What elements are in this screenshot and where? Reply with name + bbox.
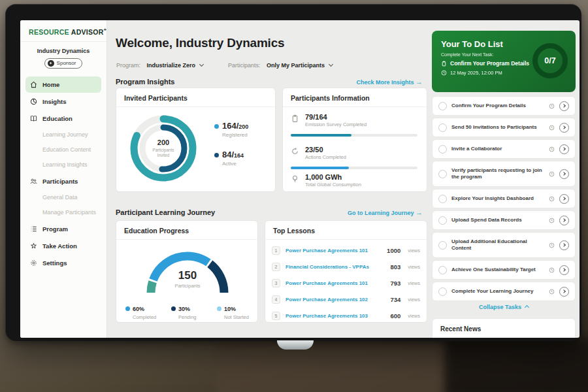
participants-filter-value[interactable]: Only My Participants: [267, 62, 325, 69]
active-value: 84/: [222, 150, 234, 159]
collapse-tasks-link[interactable]: Collapse Tasks: [432, 304, 576, 310]
sidebar-item-program[interactable]: Program: [25, 221, 101, 237]
lesson-views-label: views: [408, 264, 420, 270]
sidebar-item-label: Settings: [42, 259, 67, 267]
lesson-views: 803: [390, 263, 400, 270]
sidebar: RESOURCE ADVISOR+ Industry Dynamics ✦ Sp…: [20, 20, 107, 338]
registered-dot-icon: [214, 124, 219, 129]
recent-news-card: Recent News: [432, 318, 576, 338]
sidebar-item-settings[interactable]: Settings: [25, 255, 101, 271]
sidebar-item-manage-participants[interactable]: Manage Participants: [25, 205, 101, 220]
task-chevron-button[interactable]: [559, 240, 569, 250]
clock-icon: [441, 70, 447, 76]
go-to-learning-journey-link[interactable]: Go to Learning Journey →: [348, 208, 423, 216]
clock-icon: [549, 242, 555, 248]
gauge-center-label: Participants: [125, 283, 250, 289]
sidebar-item-education-content[interactable]: Education Content: [25, 142, 101, 157]
task-row[interactable]: Upload Additional Educational Content: [432, 232, 576, 258]
task-checkbox[interactable]: [438, 195, 447, 203]
sidebar-item-general-data[interactable]: General Data: [25, 190, 101, 205]
page-title: Welcome, Industry Dynamics: [116, 36, 284, 50]
lesson-row: 1Power Purchase Agreements 1011000views: [272, 242, 420, 258]
monitor-stand: [277, 340, 314, 350]
actions-label: Actions Completed: [305, 154, 417, 160]
task-chevron-button[interactable]: [559, 287, 569, 297]
task-checkbox[interactable]: [438, 145, 447, 154]
task-row[interactable]: Complete Your Learning Journey: [432, 282, 576, 301]
participants-information-title: Participants Information: [283, 88, 427, 107]
task-label: Verify participants requesting to join t…: [451, 167, 544, 181]
dashboard-screen: RESOURCE ADVISOR+ Industry Dynamics ✦ Sp…: [20, 20, 580, 338]
lesson-row: 4Power Purchase Agreements 102734views: [272, 291, 420, 307]
lesson-rank: 3: [272, 279, 280, 287]
arrow-right-icon: →: [416, 208, 423, 216]
clipboard-icon: [441, 61, 447, 67]
task-row[interactable]: Explore Your Insights Dashboard: [432, 189, 576, 208]
task-checkbox[interactable]: [438, 241, 447, 250]
task-row[interactable]: Confirm Your Program Details: [432, 96, 576, 116]
sidebar-item-learning-insights[interactable]: Learning Insights: [25, 157, 101, 172]
task-label: Send 50 Invitations to Participants: [451, 124, 544, 131]
task-row[interactable]: Upload Spend Data Records: [432, 210, 576, 230]
task-checkbox[interactable]: [438, 287, 447, 296]
background-shadow: [444, 338, 588, 392]
lesson-link[interactable]: Power Purchase Agreements 101: [286, 248, 382, 253]
sponsor-badge[interactable]: ✦ Sponsor: [44, 58, 83, 69]
task-row[interactable]: Achieve One Sustainability Target: [432, 260, 576, 280]
task-label: Confirm Your Program Details: [451, 103, 544, 109]
sidebar-item-home[interactable]: Home: [25, 76, 101, 93]
task-row[interactable]: Verify participants requesting to join t…: [432, 161, 576, 187]
lesson-link[interactable]: Power Purchase Agreements 101: [286, 280, 385, 286]
task-chevron-button[interactable]: [559, 216, 569, 225]
monitor-bezel: RESOURCE ADVISOR+ Industry Dynamics ✦ Sp…: [5, 4, 581, 341]
task-label: Achieve One Sustainability Target: [451, 267, 544, 273]
sidebar-item-learning-journey[interactable]: Learning Journey: [25, 127, 101, 142]
task-chevron-button[interactable]: [559, 194, 569, 204]
sidebar-item-label: Program: [42, 225, 68, 233]
todo-due: 12 May 2025, 12:00 PM: [432, 67, 530, 76]
participants-filter[interactable]: Participants: Only My Participants: [228, 58, 333, 70]
lesson-link[interactable]: Financial Considerations - VPPAs: [286, 264, 385, 270]
active-total: 164: [234, 152, 244, 159]
program-filter-value[interactable]: Industrialize Zero: [146, 62, 195, 69]
task-row[interactable]: Invite a Collaborator: [432, 139, 576, 159]
sidebar-item-take-action[interactable]: Take Action: [25, 238, 101, 254]
lesson-link[interactable]: Power Purchase Agreements 102: [286, 297, 385, 302]
clock-icon: [549, 125, 555, 131]
invited-participants-card: Invited Participants 200 Participants In…: [116, 88, 276, 192]
logo-advisor: ADVISOR: [71, 28, 104, 36]
task-label: Upload Additional Educational Content: [451, 238, 544, 252]
task-chevron-button[interactable]: [559, 169, 569, 179]
sidebar-item-insights[interactable]: Insights: [25, 93, 101, 110]
task-chevron-button[interactable]: [559, 101, 569, 111]
check-more-insights-link[interactable]: Check More Insights →: [356, 78, 423, 86]
bulb-icon: [291, 174, 299, 183]
task-checkbox[interactable]: [438, 266, 447, 274]
task-chevron-button[interactable]: [559, 144, 569, 154]
education-gauge-chart: 150 Participants: [125, 243, 250, 298]
lesson-link[interactable]: Power Purchase Agreements 103: [286, 313, 385, 319]
task-chevron-button[interactable]: [559, 265, 569, 275]
task-row[interactable]: Send 50 Invitations to Participants: [432, 118, 576, 137]
todo-panel: Your To Do List Complete Your Next Task:…: [432, 31, 576, 92]
gauge-legend: 60%Completed 30%Pending 10%Not Started: [125, 302, 252, 320]
lesson-views: 793: [390, 280, 400, 287]
sidebar-item-education[interactable]: Education: [25, 110, 101, 127]
consumption-label: Total Global Consumption: [305, 182, 417, 188]
sidebar-item-participants[interactable]: Participants: [25, 173, 101, 189]
task-checkbox[interactable]: [438, 123, 447, 132]
top-lessons-title: Top Lessons: [265, 221, 427, 240]
task-label: Explore Your Insights Dashboard: [451, 195, 544, 202]
task-checkbox[interactable]: [438, 170, 447, 178]
collapse-tasks-label: Collapse Tasks: [479, 304, 521, 310]
action-star-icon: [30, 242, 37, 250]
background-desk: [216, 340, 451, 392]
program-filter[interactable]: Program: Industrialize Zero: [116, 58, 203, 70]
not-started-pct: 10%: [224, 306, 236, 312]
task-checkbox[interactable]: [438, 102, 447, 110]
check-more-insights-label: Check More Insights: [356, 79, 414, 86]
sidebar-item-label: Home: [42, 81, 59, 88]
survey-value: 79/164: [305, 113, 417, 121]
task-checkbox[interactable]: [438, 216, 447, 225]
task-chevron-button[interactable]: [559, 123, 569, 133]
